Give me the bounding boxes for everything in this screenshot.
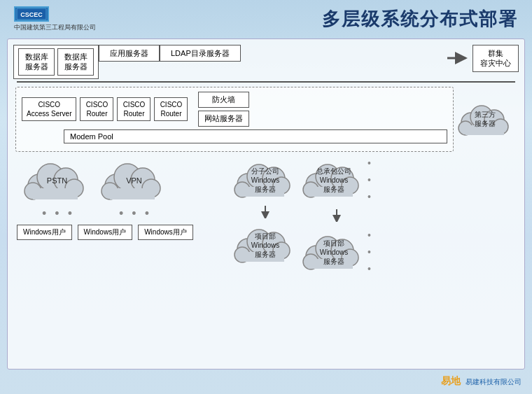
third-party-cloud: 第三方服务器	[457, 99, 513, 139]
pstn-label: PSTN	[47, 176, 67, 185]
pstn-cloud: PSTN	[24, 157, 90, 205]
devices-section: CISCOAccess Server CISCORouter CISCORout…	[15, 87, 454, 152]
cisco-router-2: CISCORouter	[117, 97, 150, 121]
windows-user-3: Windows用户	[138, 225, 193, 240]
header: CSCEC 中国建筑第三工程局有限公司 多层级系统分布式部署	[0, 0, 532, 38]
server-tier: 数据库服务器 数据库服务器 应用服务器 LDAP目录服务器	[13, 45, 519, 79]
db-server-1: 数据库服务器	[18, 48, 55, 76]
pstn-vpn-row: PSTN • • •	[24, 157, 167, 221]
vpn-cloud: VPN	[101, 157, 167, 205]
firewall-website-group: 防火墙 网站服务器	[198, 92, 249, 127]
disaster-server: 群集容灾中心	[472, 45, 519, 72]
ldap-server: LDAP目录服务器	[160, 45, 241, 62]
firewall: 防火墙	[198, 92, 249, 108]
arrow-down-svg-1	[260, 204, 271, 218]
main-content: 数据库服务器 数据库服务器 应用服务器 LDAP目录服务器	[7, 38, 525, 370]
page-title: 多层级系统分布式部署	[322, 7, 518, 31]
app-server: 应用服务器	[99, 45, 160, 62]
db-server-2: 数据库服务器	[57, 48, 94, 76]
vpn-group: VPN • • •	[101, 157, 167, 221]
logo-area: CSCEC 中国建筑第三工程局有限公司	[14, 6, 96, 32]
project2-cloud: 项目部Windows服务器	[302, 230, 365, 275]
users-row: Windows用户 Windows用户 Windows用户	[17, 225, 193, 240]
general-dots: • • •	[368, 157, 371, 202]
modem-pool: Modem Pool	[64, 129, 447, 143]
vpn-label: VPN	[126, 176, 142, 185]
footer-brand: 易地	[441, 373, 462, 391]
bottom-section: PSTN • • •	[13, 157, 519, 275]
company-name: 中国建筑第三工程局有限公司	[14, 23, 96, 32]
pstn-group: PSTN • • •	[24, 157, 90, 221]
project1-cloud: 项目部Windows服务器	[234, 223, 297, 268]
subsidiary-label: 分子公司Windows服务器	[251, 167, 280, 194]
logo-icon: CSCEC	[16, 8, 47, 20]
thick-arrow-icon	[446, 52, 470, 64]
svg-text:CSCEC: CSCEC	[20, 11, 43, 18]
cisco-router-1: CISCORouter	[80, 97, 113, 121]
svg-rect-20	[110, 188, 155, 199]
devices-row: CISCOAccess Server CISCORouter CISCORout…	[22, 92, 447, 127]
modem-pool-area: Modem Pool	[25, 129, 447, 143]
svg-text:易地: 易地	[441, 375, 461, 386]
network-tier: CISCOAccess Server CISCORouter CISCORout…	[15, 85, 517, 154]
svg-rect-14	[33, 188, 78, 199]
cisco-access-server: CISCOAccess Server	[22, 97, 76, 121]
subsidiary-col: 分子公司Windows服务器	[234, 157, 297, 268]
subsidiary-cloud: 分子公司Windows服务器	[234, 157, 297, 203]
project2-label: 项目部Windows服务器	[320, 239, 349, 266]
db-server-group: 数据库服务器 数据库服务器	[13, 45, 99, 79]
cisco-router-3: CISCORouter	[154, 97, 188, 121]
general-group: 总承包公司Windows服务器 • • •	[302, 157, 371, 203]
footer-company: 易建科技有限公司	[465, 377, 522, 387]
layout-wrapper: 数据库服务器 数据库服务器 应用服务器 LDAP目录服务器	[13, 45, 519, 363]
third-party-label: 第三方服务器	[475, 110, 496, 128]
footer-logo-icon: 易地	[441, 373, 462, 387]
general-col: 总承包公司Windows服务器 • • •	[302, 157, 371, 275]
footer: 易地 易建科技有限公司	[441, 373, 522, 391]
general-label: 总承包公司Windows服务器	[316, 167, 351, 194]
logo-box: CSCEC	[14, 6, 49, 22]
windows-user-1: Windows用户	[17, 225, 72, 240]
left-section: PSTN • • •	[13, 157, 230, 275]
server-connector-bar	[17, 81, 515, 83]
vpn-dots: • • •	[119, 206, 149, 221]
general-cloud: 总承包公司Windows服务器	[302, 157, 365, 203]
pstn-dots: • • •	[42, 206, 72, 221]
subsidiary-group: 分子公司Windows服务器	[234, 157, 297, 268]
third-party-area: 第三方服务器	[457, 85, 517, 154]
arrow-down-svg-2	[331, 208, 342, 222]
project2-group: 项目部Windows服务器 • • •	[302, 230, 371, 275]
down-arrow-2	[331, 208, 342, 225]
down-arrow-1	[260, 204, 271, 221]
right-section: 分子公司Windows服务器	[234, 157, 519, 275]
project2-dots: • • •	[368, 230, 371, 274]
project1-label: 项目部Windows服务器	[251, 232, 280, 259]
website-server: 网站服务器	[198, 111, 249, 127]
disaster-section: 群集容灾中心	[446, 45, 519, 72]
windows-user-2: Windows用户	[78, 225, 133, 240]
